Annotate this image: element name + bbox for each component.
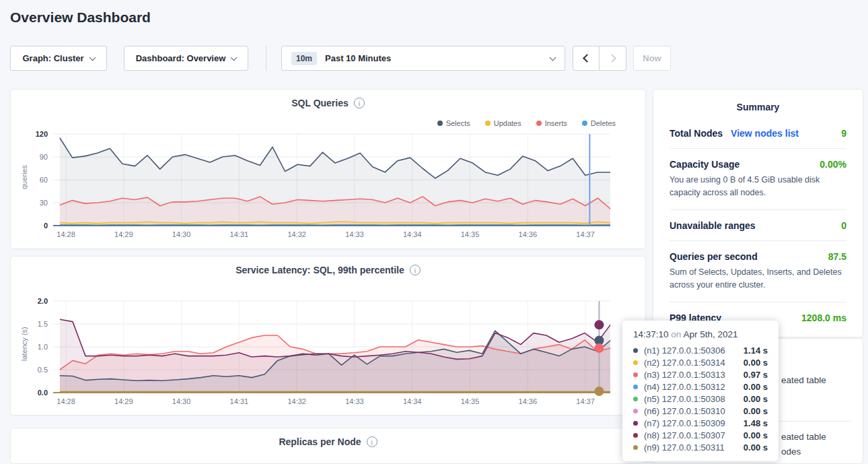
svg-text:60: 60 xyxy=(40,176,48,184)
selects-dot-icon xyxy=(437,121,443,126)
svg-text:2.0: 2.0 xyxy=(38,297,48,305)
svg-text:14:34: 14:34 xyxy=(403,230,422,238)
service-latency-chart[interactable]: 14:2814:2914:3014:3114:3214:3314:3414:35… xyxy=(11,296,645,410)
svg-text:0.5: 0.5 xyxy=(38,366,48,374)
node-dot-icon xyxy=(633,409,638,413)
summary-panel: Summary Total Nodes View nodes list 9 Ca… xyxy=(653,89,863,337)
info-icon[interactable]: i xyxy=(410,265,421,275)
updates-dot-icon xyxy=(485,121,491,126)
svg-text:14:33: 14:33 xyxy=(345,230,364,238)
total-nodes-label: Total Nodes xyxy=(670,128,723,139)
sql-queries-card: SQL Queries i Selects Updates Inserts De… xyxy=(10,89,646,249)
sql-queries-title: SQL Queries xyxy=(291,98,349,108)
controls-divider xyxy=(266,46,266,71)
deletes-dot-icon xyxy=(582,121,587,126)
chevron-left-icon xyxy=(583,54,591,63)
svg-text:1.0: 1.0 xyxy=(38,343,48,351)
view-nodes-list-link[interactable]: View nodes list xyxy=(731,128,799,139)
node-dot-icon xyxy=(633,433,638,438)
tooltip-row-n3: (n3) 127.0.0.1:503130.97 s xyxy=(633,368,768,380)
time-range-label: Past 10 Minutes xyxy=(325,53,391,63)
unavailable-ranges-value: 0 xyxy=(841,220,846,231)
chevron-down-icon xyxy=(550,54,556,61)
tooltip-row-n9: (n9) 127.0.0.1:503110.00 s xyxy=(633,441,768,453)
info-icon[interactable]: i xyxy=(367,436,377,447)
service-latency-card: Service Latency: SQL, 99th percentile i … xyxy=(10,256,646,416)
replicas-per-node-card: Replicas per Node i xyxy=(10,428,646,464)
capacity-usage-label: Capacity Usage xyxy=(670,159,739,170)
chart-hover-tooltip: 14:37:10 on Apr 5th, 2021 (n1) 127.0.0.1… xyxy=(622,321,779,461)
qps-description: Sum of Selects, Updates, Inserts, and De… xyxy=(670,266,846,292)
svg-text:14:36: 14:36 xyxy=(519,397,538,405)
time-prev-button[interactable] xyxy=(573,46,600,71)
inserts-dot-icon xyxy=(536,121,542,126)
svg-text:14:29: 14:29 xyxy=(114,397,133,405)
time-range-badge: 10m xyxy=(291,52,317,65)
info-icon[interactable]: i xyxy=(354,98,365,108)
sql-queries-chart[interactable]: 14:2814:2914:3014:3114:3214:3314:3414:35… xyxy=(11,129,645,243)
svg-text:14:37: 14:37 xyxy=(576,397,595,405)
svg-text:14:32: 14:32 xyxy=(287,397,306,405)
time-next-button[interactable] xyxy=(600,46,626,71)
qps-value: 87.5 xyxy=(828,251,846,262)
service-latency-title: Service Latency: SQL, 99th percentile xyxy=(236,265,404,275)
replicas-per-node-title: Replicas per Node xyxy=(279,436,361,447)
tooltip-row-n6: (n6) 127.0.0.1:503100.00 s xyxy=(633,405,768,417)
dashboard-dropdown[interactable]: Dashboard: Overview xyxy=(124,46,248,71)
graph-dropdown-label: Graph: Cluster xyxy=(22,53,83,63)
total-nodes-value: 9 xyxy=(841,128,846,139)
tooltip-timestamp: 14:37:10 on Apr 5th, 2021 xyxy=(633,329,768,339)
p99-latency-value: 1208.0 ms xyxy=(801,312,846,323)
svg-text:0: 0 xyxy=(44,222,48,230)
svg-text:14:28: 14:28 xyxy=(57,397,75,405)
svg-text:14:33: 14:33 xyxy=(345,397,364,405)
tooltip-row-n2: (n2) 127.0.0.1:503140.00 s xyxy=(633,356,768,368)
graph-dropdown[interactable]: Graph: Cluster xyxy=(10,46,107,71)
time-range-dropdown[interactable]: 10m Past 10 Minutes xyxy=(281,46,565,71)
node-dot-icon xyxy=(633,397,638,401)
node-dot-icon xyxy=(633,348,638,353)
event-row-fragment: eated table xyxy=(781,375,826,385)
tooltip-row-n1: (n1) 127.0.0.1:503061.14 s xyxy=(633,344,768,356)
node-dot-icon xyxy=(633,445,638,450)
svg-text:14:32: 14:32 xyxy=(287,230,306,238)
sql-queries-legend: Selects Updates Inserts Deletes xyxy=(437,119,616,127)
now-button[interactable]: Now xyxy=(633,46,671,71)
legend-item-selects[interactable]: Selects xyxy=(437,119,470,127)
summary-title: Summary xyxy=(670,102,846,112)
event-row-fragment: odes xyxy=(781,446,801,457)
dashboard-dropdown-label: Dashboard: Overview xyxy=(136,53,226,63)
svg-text:90: 90 xyxy=(40,153,48,161)
capacity-usage-value: 0.00% xyxy=(820,159,846,170)
svg-text:14:30: 14:30 xyxy=(172,230,191,238)
node-dot-icon xyxy=(633,421,638,426)
svg-text:14:28: 14:28 xyxy=(57,230,75,238)
unavailable-ranges-label: Unavailable ranges xyxy=(670,220,756,231)
svg-text:0.0: 0.0 xyxy=(38,389,48,397)
chevron-down-icon xyxy=(89,54,96,61)
summary-row-qps: Queries per second 87.5 Sum of Selects, … xyxy=(670,240,846,302)
qps-label: Queries per second xyxy=(670,251,758,262)
svg-text:14:31: 14:31 xyxy=(230,230,249,238)
chevron-down-icon xyxy=(231,54,238,61)
svg-text:14:35: 14:35 xyxy=(461,397,480,405)
svg-text:120: 120 xyxy=(36,130,48,138)
summary-row-unavailable-ranges: Unavailable ranges 0 xyxy=(670,209,846,240)
tooltip-row-n4: (n4) 127.0.0.1:503120.00 s xyxy=(633,380,768,393)
node-dot-icon xyxy=(633,385,638,389)
tooltip-row-n5: (n5) 127.0.0.1:503080.00 s xyxy=(633,393,768,405)
svg-text:14:35: 14:35 xyxy=(461,230,480,238)
capacity-usage-description: You are using 0 B of 4.5 GiB usable disk… xyxy=(670,174,846,200)
svg-text:1.5: 1.5 xyxy=(38,320,48,328)
summary-row-capacity: Capacity Usage 0.00% You are using 0 B o… xyxy=(670,148,846,209)
legend-item-deletes[interactable]: Deletes xyxy=(582,119,616,127)
legend-item-updates[interactable]: Updates xyxy=(485,119,521,127)
svg-text:14:37: 14:37 xyxy=(576,230,595,238)
svg-text:14:36: 14:36 xyxy=(519,230,538,238)
event-row-fragment: eated table xyxy=(781,432,826,442)
svg-text:14:30: 14:30 xyxy=(172,397,191,405)
tooltip-row-n8: (n8) 127.0.0.1:503070.00 s xyxy=(633,429,768,441)
chevron-right-icon xyxy=(608,54,616,63)
legend-item-inserts[interactable]: Inserts xyxy=(536,119,567,127)
svg-text:30: 30 xyxy=(40,199,48,207)
